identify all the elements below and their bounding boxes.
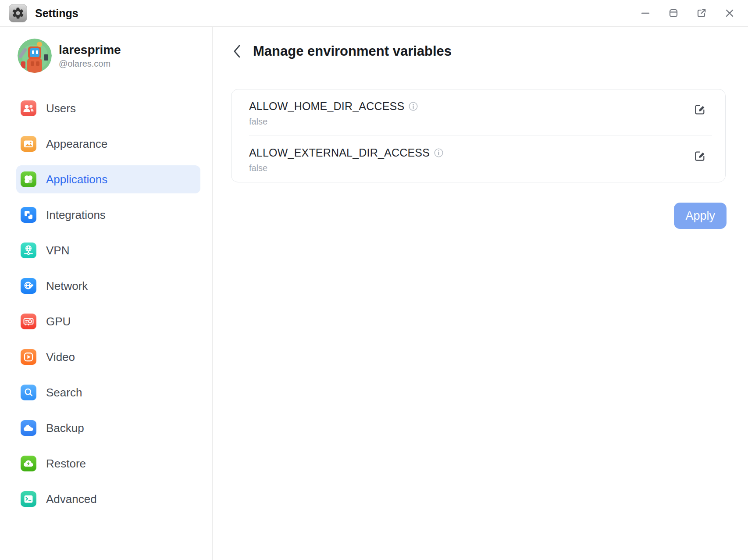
network-icon — [21, 278, 36, 294]
backup-icon — [21, 420, 36, 436]
users-icon — [21, 100, 36, 116]
sidebar-item-label: Video — [46, 350, 75, 364]
env-var-name: ALLOW_HOME_DIR_ACCESS — [249, 100, 404, 113]
info-icon[interactable] — [434, 148, 443, 157]
apply-row: Apply — [231, 203, 727, 229]
edit-icon — [694, 103, 706, 115]
user-name: laresprime — [59, 43, 121, 57]
maximize-icon[interactable] — [668, 8, 679, 18]
back-button[interactable] — [230, 43, 243, 59]
sidebar-item-label: Users — [46, 102, 76, 115]
edit-button[interactable] — [694, 150, 706, 163]
env-var-value: false — [249, 163, 694, 173]
edit-icon — [694, 150, 706, 162]
sidebar-menu: Users Appearance Applications Integratio… — [0, 83, 212, 513]
sidebar-item-backup[interactable]: Backup — [16, 414, 200, 442]
user-profile: laresprime @olares.com — [18, 39, 212, 73]
video-icon — [21, 349, 36, 365]
app-title: Settings — [35, 7, 78, 20]
sidebar-item-label: Integrations — [46, 208, 106, 222]
window-controls — [640, 8, 735, 18]
sidebar-item-search[interactable]: Search — [16, 378, 200, 407]
sidebar-item-advanced[interactable]: Advanced — [16, 485, 200, 513]
sidebar-item-label: Applications — [46, 173, 107, 186]
user-identity: laresprime @olares.com — [59, 43, 121, 69]
env-var-value: false — [249, 117, 694, 127]
sidebar-item-label: VPN — [46, 244, 69, 257]
advanced-icon — [21, 491, 36, 507]
sidebar-item-label: Appearance — [46, 137, 107, 151]
sidebar-item-label: GPU — [46, 315, 71, 328]
titlebar: Settings — [0, 0, 748, 27]
info-icon[interactable] — [409, 102, 418, 111]
sidebar-item-users[interactable]: Users — [16, 94, 200, 122]
sidebar-item-network[interactable]: Network — [16, 272, 200, 300]
main-content: Manage environment variables ALLOW_HOME_… — [213, 27, 748, 560]
sidebar-item-vpn[interactable]: VPN — [16, 236, 200, 264]
env-vars-card: ALLOW_HOME_DIR_ACCESS false ALLOW_EXTERN… — [231, 89, 726, 182]
gear-icon — [11, 7, 25, 20]
integrations-icon — [21, 207, 36, 223]
apply-button[interactable]: Apply — [674, 203, 727, 229]
sidebar-item-label: Search — [46, 386, 82, 399]
sidebar-item-applications[interactable]: Applications — [16, 165, 200, 193]
env-var-row: ALLOW_HOME_DIR_ACCESS false — [232, 89, 725, 136]
sidebar-item-video[interactable]: Video — [16, 343, 200, 371]
page-title: Manage environment variables — [253, 43, 452, 59]
search-icon — [21, 385, 36, 400]
sidebar-item-label: Backup — [46, 421, 84, 435]
vpn-icon — [21, 243, 36, 258]
env-var-row: ALLOW_EXTERNAL_DIR_ACCESS false — [232, 136, 725, 182]
minimize-icon[interactable] — [640, 8, 651, 18]
page-header: Manage environment variables — [230, 42, 748, 61]
sidebar-item-gpu[interactable]: GPU — [16, 307, 200, 335]
sidebar-item-integrations[interactable]: Integrations — [16, 201, 200, 229]
avatar — [18, 39, 52, 73]
env-var-name: ALLOW_EXTERNAL_DIR_ACCESS — [249, 146, 430, 159]
sidebar-item-label: Restore — [46, 457, 86, 471]
sidebar: laresprime @olares.com Users Appearance — [0, 27, 213, 560]
sidebar-item-restore[interactable]: Restore — [16, 449, 200, 478]
user-domain: @olares.com — [59, 59, 121, 69]
sidebar-item-appearance[interactable]: Appearance — [16, 130, 200, 158]
appearance-icon — [21, 136, 36, 152]
restore-icon — [21, 456, 36, 471]
settings-app-icon — [9, 4, 27, 22]
open-external-icon[interactable] — [696, 8, 707, 18]
edit-button[interactable] — [694, 103, 706, 117]
applications-icon — [21, 171, 36, 187]
sidebar-item-label: Advanced — [46, 492, 97, 506]
gpu-icon — [21, 314, 36, 329]
chevron-left-icon — [232, 44, 241, 59]
sidebar-item-label: Network — [46, 279, 88, 293]
close-icon[interactable] — [724, 8, 735, 18]
